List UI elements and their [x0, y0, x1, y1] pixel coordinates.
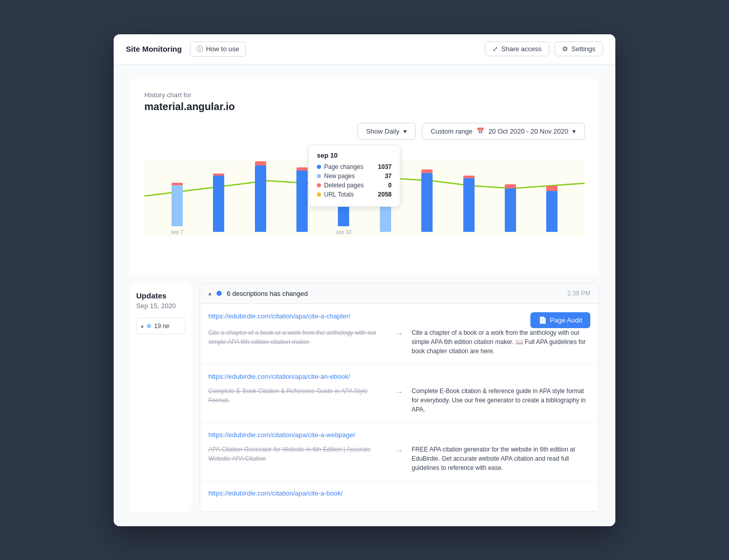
- tooltip-dot: [317, 165, 321, 169]
- settings-button[interactable]: ⚙ Settings: [554, 41, 603, 56]
- chart-container: sep 7: [144, 150, 585, 252]
- tooltip-label: URL Totals: [324, 191, 354, 198]
- updates-sidebar-item[interactable]: ▴ 19 ne: [136, 318, 185, 334]
- change-item-top: https://edubirdie.com/citation/apa/cite-…: [208, 312, 590, 328]
- change-dot: [217, 291, 222, 296]
- chevron-up-icon: ▴: [208, 290, 211, 297]
- bar-stack: [171, 180, 183, 226]
- tooltip-dot: [317, 192, 321, 197]
- change-item: https://edubirdie.com/citation/apa/cite-…: [200, 423, 598, 481]
- date-range-value: 20 Oct 2020 - 20 Nov 2020: [488, 127, 568, 135]
- change-before: Cite a chapter of a book or a work from …: [208, 328, 387, 347]
- page-audit-button[interactable]: 📄 Page Audit: [530, 312, 590, 328]
- tooltip-value: 1037: [378, 163, 392, 170]
- chevron-down-icon: ▾: [403, 127, 407, 135]
- settings-label: Settings: [571, 45, 595, 53]
- bar-stack: [421, 168, 433, 232]
- change-after: Cite a chapter of a book or a work from …: [412, 328, 590, 356]
- date-range-dropdown[interactable]: Custom range 📅 20 Oct 2020 - 20 Nov 2020…: [422, 123, 585, 140]
- share-icon: ⤢: [492, 45, 498, 53]
- page-audit-label: Page Audit: [550, 316, 582, 324]
- tooltip-value: 0: [388, 182, 392, 189]
- chevron-icon: ▴: [141, 322, 144, 329]
- tooltip-date: sep 10: [317, 152, 392, 159]
- change-after: FREE APA citation generator for the webs…: [412, 445, 590, 472]
- tooltip-row: Deleted pages 0: [317, 182, 392, 189]
- show-daily-label: Show Daily: [366, 127, 399, 135]
- change-content: Cite a chapter of a book or a work from …: [208, 328, 590, 356]
- bar-group: [449, 173, 488, 235]
- arrow-right-icon: →: [395, 446, 403, 455]
- bar-stack: [296, 165, 308, 232]
- how-to-use-label: How to use: [206, 45, 239, 53]
- tooltip-row: URL Totals 2058: [317, 191, 392, 198]
- change-item: https://edubirdie.com/citation/apa/cite-…: [200, 481, 598, 511]
- tooltip-label-wrap: Deleted pages: [317, 182, 363, 189]
- header-left: Site Monitoring ⓘ How to use: [126, 41, 246, 57]
- header-right: ⤢ Share access ⚙ Settings: [485, 41, 603, 56]
- change-group: ▴ 6 descriptions has changed 2:38 PM htt…: [200, 283, 599, 512]
- change-time: 2:38 PM: [567, 290, 590, 297]
- bar-group: [199, 170, 238, 235]
- tooltip-dot: [317, 183, 321, 187]
- bar-group: [408, 168, 446, 235]
- update-badge: 19 ne: [154, 322, 169, 330]
- tooltip-row: Page changes 1037: [317, 163, 392, 170]
- site-title: Site Monitoring: [126, 45, 182, 53]
- change-item: https://edubirdie.com/citation/apa/cite-…: [200, 304, 598, 364]
- bar-group: [366, 204, 404, 235]
- updates-sidebar-date: Sep 15, 2020: [136, 302, 185, 310]
- arrow-right-icon: →: [395, 387, 403, 397]
- change-url[interactable]: https://edubirdie.com/citation/apa/cite-…: [208, 489, 590, 497]
- bar-group: [491, 181, 529, 235]
- content: History chart for material.angular.io Sh…: [114, 64, 615, 526]
- how-to-use-button[interactable]: ⓘ How to use: [190, 41, 246, 57]
- change-group-header[interactable]: ▴ 6 descriptions has changed 2:38 PM: [200, 284, 598, 304]
- settings-icon: ⚙: [562, 45, 568, 53]
- change-content: Complete E-Book Citation & Reference Gui…: [208, 386, 590, 414]
- bar-stack: [213, 170, 224, 232]
- chevron-down-icon-2: ▾: [572, 127, 576, 135]
- bar-stack: [380, 204, 391, 232]
- chart-tooltip: sep 10 Page changes 1037 New pages: [308, 145, 400, 207]
- change-url[interactable]: https://edubirdie.com/citation/apa/cite-…: [208, 312, 350, 320]
- calendar-icon: 📅: [477, 127, 484, 135]
- change-content: APA Citation Generator for Website in 6t…: [208, 445, 590, 472]
- change-group-left: ▴ 6 descriptions has changed: [208, 290, 308, 297]
- change-url[interactable]: https://edubirdie.com/citation/apa/cite-…: [208, 431, 590, 439]
- tooltip-label-wrap: URL Totals: [317, 191, 354, 198]
- updates-sidebar-header: Updates: [136, 291, 185, 300]
- bar-stack: [255, 160, 266, 232]
- updates-sidebar: Updates Sep 15, 2020 ▴ 19 ne: [130, 283, 191, 512]
- info-icon: ⓘ: [197, 45, 203, 54]
- tooltip-label: Page changes: [324, 163, 363, 170]
- updates-wrapper: Updates Sep 15, 2020 ▴ 19 ne ▴ 6 d: [130, 283, 599, 512]
- tooltip-label-wrap: Page changes: [317, 163, 363, 170]
- date-range-label: Custom range: [431, 127, 473, 135]
- header: Site Monitoring ⓘ How to use ⤢ Share acc…: [114, 34, 615, 64]
- bar-stack: [463, 173, 475, 232]
- history-label: History chart for: [144, 91, 585, 99]
- change-group-title: 6 descriptions has changed: [227, 290, 308, 297]
- bar-label: sep 10: [336, 229, 351, 235]
- bar-label: sep 7: [170, 229, 183, 235]
- change-after: Complete E-Book citation & reference gui…: [412, 386, 590, 414]
- bar-stack: [546, 183, 558, 232]
- updates-main: ▴ 6 descriptions has changed 2:38 PM htt…: [200, 283, 599, 512]
- update-dot: [147, 324, 151, 328]
- tooltip-dot: [317, 174, 321, 178]
- change-before: APA Citation Generator for Website in 6t…: [208, 445, 387, 463]
- change-item: https://edubirdie.com/citation/apa/cite-…: [200, 364, 598, 423]
- show-daily-dropdown[interactable]: Show Daily ▾: [357, 123, 416, 140]
- tooltip-label-wrap: New pages: [317, 173, 355, 180]
- tooltip-value: 37: [385, 173, 392, 180]
- document-icon: 📄: [539, 316, 547, 324]
- share-access-button[interactable]: ⤢ Share access: [485, 41, 549, 56]
- bar-group: sep 7: [158, 180, 196, 235]
- bar-group: [533, 183, 571, 235]
- change-before: Complete E-Book Citation & Reference Gui…: [208, 386, 387, 405]
- chart-controls: Show Daily ▾ Custom range 📅 20 Oct 2020 …: [144, 123, 585, 140]
- tooltip-row: New pages 37: [317, 173, 392, 180]
- change-url[interactable]: https://edubirdie.com/citation/apa/cite-…: [208, 373, 590, 380]
- change-panel: https://edubirdie.com/citation/apa/cite-…: [200, 304, 598, 511]
